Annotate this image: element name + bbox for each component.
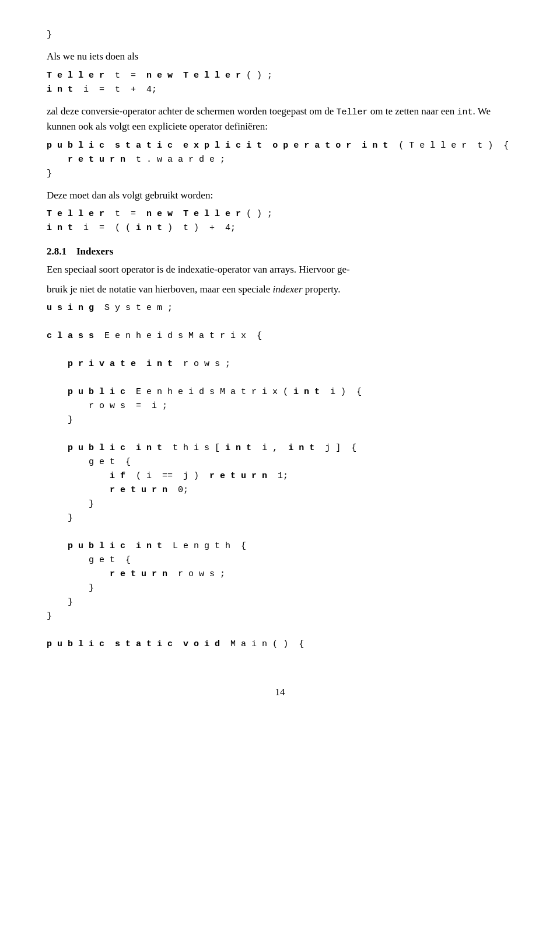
intro-text-2a: zal deze conversie-operator achter de sc… [47, 106, 337, 117]
intro-text-2b: om te zetten naar een [368, 106, 457, 117]
section-text-paragraph-1: Een speciaal soort operator is de indexa… [47, 262, 513, 277]
section-text-paragraph-2: bruik je niet de notatie van hierboven, … [47, 282, 513, 297]
code-block-3: T e l l e r t = n e w T e l l e r ( ) ; … [47, 207, 513, 235]
code-block-4: u s i n g S y s t e m ; c l a s s E e n … [47, 301, 513, 651]
intro-text-3: Deze moet dan als volgt gebruikt worden: [47, 190, 213, 201]
section-text-2a: bruik je niet de notatie van hierboven, … [47, 284, 273, 295]
intro-text-1: Als we nu iets doen als [47, 51, 138, 62]
intro-paragraph-2: zal deze conversie-operator achter de sc… [47, 104, 513, 134]
section-heading-2-8-1: 2.8.1 Indexers [47, 246, 513, 257]
section-text-2b: property. [303, 284, 341, 295]
code-block-1: T e l l e r t = n e w T e l l e r ( ) ; … [47, 69, 513, 97]
page-number: 14 [47, 686, 513, 698]
intro-paragraph-1: Als we nu iets doen als [47, 49, 513, 64]
intro-paragraph-3: Deze moet dan als volgt gebruikt worden: [47, 188, 513, 203]
section-title: Indexers [76, 246, 113, 257]
section-number: 2.8.1 [47, 246, 66, 257]
indexer-italic: indexer [273, 284, 303, 295]
code-block-2: p u b l i c s t a t i c e x p l i c i t … [47, 139, 513, 181]
closing-brace-top: } [47, 28, 513, 42]
section-text-1: Een speciaal soort operator is de indexa… [47, 264, 350, 275]
int-inline-1: int [457, 107, 473, 117]
page-content: } Als we nu iets doen als T e l l e r t … [47, 28, 513, 698]
teller-inline: Teller [337, 107, 368, 117]
